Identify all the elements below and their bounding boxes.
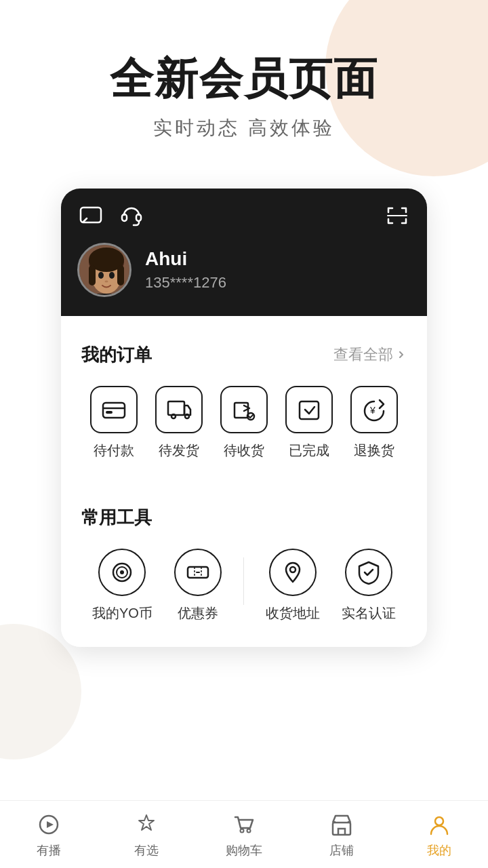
select-label: 有选: [134, 842, 159, 859]
svg-point-12: [105, 280, 108, 282]
order-item-returns[interactable]: ¥ 退换货: [350, 386, 398, 460]
coupons-label: 优惠券: [178, 604, 218, 623]
hero-subtitle: 实时动态 高效体验: [27, 115, 461, 141]
real-name-icon-wrap: [345, 549, 392, 596]
completed-label: 已完成: [289, 441, 329, 460]
svg-point-26: [120, 570, 124, 574]
svg-rect-14: [103, 403, 125, 418]
returns-icon: ¥: [361, 396, 388, 423]
orders-section-header: 我的订单 查看全部: [81, 343, 407, 367]
message-icon: [79, 204, 102, 227]
select-icon: [133, 811, 160, 838]
headset-icon-btn[interactable]: [118, 202, 145, 229]
svg-marker-33: [47, 821, 54, 828]
pending-shipment-icon: [165, 396, 192, 423]
svg-point-34: [241, 829, 244, 832]
chevron-right-icon: [396, 349, 407, 360]
scan-icon: [386, 204, 409, 227]
address-icon: [280, 559, 306, 585]
view-all-link[interactable]: 查看全部: [333, 344, 407, 365]
order-item-completed[interactable]: 已完成: [285, 386, 333, 460]
tool-item-address[interactable]: 收货地址: [266, 549, 320, 623]
profile-header: Ahui 135****1276: [61, 189, 427, 316]
profile-icons-left: [77, 202, 145, 229]
svg-point-35: [247, 829, 251, 832]
tools-section-header: 常用工具: [81, 506, 407, 530]
live-label: 有播: [37, 842, 61, 859]
pending-receipt-icon-wrap: [220, 386, 268, 433]
store-icon: [328, 811, 355, 838]
svg-text:¥: ¥: [369, 405, 375, 416]
real-name-icon: [356, 559, 382, 585]
yo-coins-icon: [109, 559, 135, 585]
nav-item-cart[interactable]: 购物车: [210, 811, 278, 859]
bottom-nav: 有播 有选 购物车: [0, 800, 488, 868]
tools-grid: 我的YO币 优惠券: [81, 549, 407, 623]
message-icon-btn[interactable]: [77, 202, 104, 229]
order-icons-row: 待付款 待发货: [81, 386, 407, 460]
yo-coins-label: 我的YO币: [92, 604, 152, 623]
svg-point-18: [171, 414, 176, 418]
tools-title: 常用工具: [81, 506, 152, 530]
pending-shipment-label: 待发货: [159, 441, 199, 460]
svg-point-10: [98, 272, 104, 279]
hero-section: 全新会员页面 实时动态 高效体验: [0, 0, 488, 168]
phone-card: Ahui 135****1276 我的订单 查看全部: [61, 189, 427, 647]
pending-payment-label: 待付款: [94, 441, 134, 460]
order-item-pending-receipt[interactable]: 待收货: [220, 386, 268, 460]
completed-icon: [296, 396, 323, 423]
coupons-icon: [185, 559, 211, 585]
completed-icon-wrap: [285, 386, 333, 433]
scan-icon-btn[interactable]: [384, 202, 411, 229]
svg-rect-8: [89, 265, 96, 285]
pending-shipment-icon-wrap: [155, 386, 203, 433]
orders-card: 我的订单 查看全部: [61, 324, 427, 479]
svg-point-19: [185, 414, 189, 418]
user-name: Ahui: [145, 248, 226, 270]
address-label: 收货地址: [266, 604, 320, 623]
pending-receipt-label: 待收货: [224, 441, 264, 460]
svg-point-11: [109, 272, 115, 279]
orders-title: 我的订单: [81, 343, 152, 367]
user-info: Ahui 135****1276: [145, 248, 226, 292]
store-label: 店铺: [329, 842, 354, 859]
svg-rect-16: [106, 411, 113, 414]
page-content: 全新会员页面 实时动态 高效体验: [0, 0, 488, 715]
tool-item-coupons[interactable]: 优惠券: [174, 549, 222, 623]
nav-item-mine[interactable]: 我的: [405, 811, 473, 859]
nav-item-store[interactable]: 店铺: [308, 811, 375, 859]
tool-divider: [243, 557, 244, 605]
pending-receipt-icon: [230, 396, 258, 423]
address-icon-wrap: [269, 549, 317, 596]
order-item-pending-payment[interactable]: 待付款: [90, 386, 138, 460]
svg-rect-17: [168, 401, 184, 415]
svg-rect-9: [117, 265, 124, 285]
nav-item-select[interactable]: 有选: [113, 811, 180, 859]
svg-rect-22: [300, 401, 319, 419]
svg-rect-13: [93, 294, 120, 297]
live-icon: [35, 811, 62, 838]
svg-point-37: [435, 817, 443, 825]
user-phone: 135****1276: [145, 274, 226, 292]
pending-payment-icon: [100, 396, 127, 423]
tool-item-real-name[interactable]: 实名认证: [342, 549, 396, 623]
cart-icon: [230, 811, 258, 838]
nav-item-live[interactable]: 有播: [15, 811, 83, 859]
avatar-svg: [79, 245, 131, 297]
mine-icon: [426, 811, 453, 838]
tools-card: 常用工具 我的YO币: [61, 487, 427, 647]
yo-coins-icon-wrap: [98, 549, 146, 596]
profile-icons-row: [77, 202, 411, 229]
tool-item-yo-coins[interactable]: 我的YO币: [92, 549, 152, 623]
cart-label: 购物车: [226, 842, 262, 859]
order-item-pending-shipment[interactable]: 待发货: [155, 386, 203, 460]
avatar: [77, 243, 131, 297]
headset-icon: [120, 204, 143, 227]
returns-icon-wrap: ¥: [350, 386, 398, 433]
pending-payment-icon-wrap: [90, 386, 138, 433]
profile-user-row: Ahui 135****1276: [77, 243, 411, 297]
real-name-label: 实名认证: [342, 604, 396, 623]
svg-rect-0: [81, 208, 101, 222]
svg-point-31: [290, 567, 296, 572]
mine-label: 我的: [427, 842, 451, 859]
